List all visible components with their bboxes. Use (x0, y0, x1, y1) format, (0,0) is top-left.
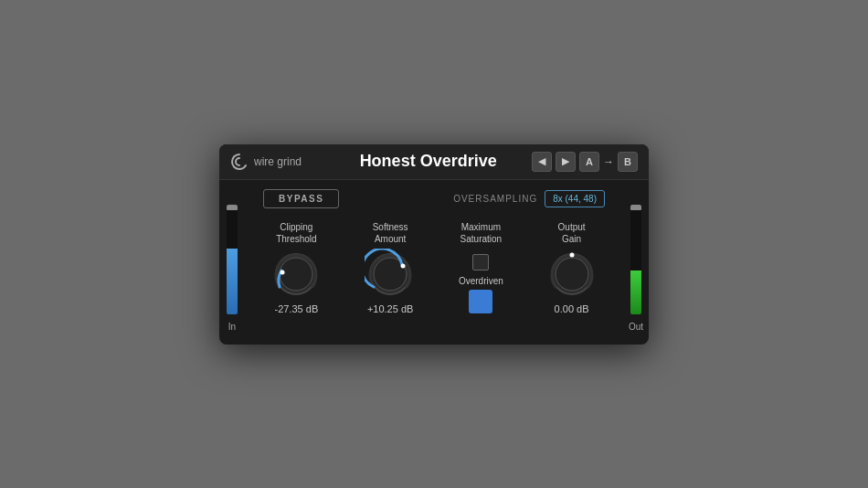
svg-point-8 (569, 252, 574, 257)
output-level-bar (630, 271, 641, 314)
controls-area: BYPASS OVERSAMPLING 8x (44, 48) Clipping… (245, 189, 623, 335)
softness-amount-label: Softness Amount (373, 221, 408, 245)
input-meter-bar (227, 205, 238, 314)
output-gain-group: Output Gain (546, 221, 598, 314)
header: wire grind Honest Overdrive ◀ ▶ A → B (219, 144, 649, 180)
oversampling-area: OVERSAMPLING 8x (44, 48) (453, 190, 605, 207)
preset-b-button[interactable]: B (618, 152, 638, 172)
svg-point-5 (401, 263, 406, 268)
input-meter: In (219, 189, 245, 335)
saturation-checkbox[interactable] (472, 254, 489, 271)
saturation-label: Maximum Saturation (460, 221, 503, 245)
main-content: In BYPASS OVERSAMPLING 8x (44, 48) Clipp… (219, 180, 649, 345)
plugin-window: wire grind Honest Overdrive ◀ ▶ A → B In… (219, 144, 649, 345)
svg-point-7 (556, 258, 588, 291)
prev-preset-button[interactable]: ◀ (532, 152, 552, 172)
clipping-threshold-group: Clipping Threshold (270, 221, 322, 314)
bypass-button[interactable]: BYPASS (263, 189, 339, 208)
svg-point-1 (280, 258, 312, 291)
overdriven-button[interactable] (469, 290, 492, 313)
oversampling-value[interactable]: 8x (44, 48) (545, 190, 605, 207)
output-meter-label: Out (629, 322, 643, 332)
brand-name: wire grind (254, 155, 302, 168)
top-bar: BYPASS OVERSAMPLING 8x (44, 48) (254, 189, 614, 208)
clipping-threshold-knob[interactable] (270, 249, 322, 300)
output-gain-knob[interactable] (546, 249, 598, 300)
output-gain-label: Output Gain (558, 221, 586, 245)
softness-amount-value: +10.25 dB (367, 303, 413, 314)
output-meter: Out (623, 189, 649, 335)
knobs-row: Clipping Threshold (254, 221, 614, 314)
preset-a-button[interactable]: A (579, 152, 599, 172)
output-meter-bar (630, 205, 641, 314)
input-level-bar (227, 249, 238, 314)
ab-arrow-icon: → (603, 155, 614, 168)
output-clip-indicator (630, 205, 641, 210)
clipping-threshold-value: -27.35 dB (275, 303, 319, 314)
clipping-threshold-label: Clipping Threshold (276, 221, 316, 245)
overdriven-label: Overdriven (459, 276, 503, 286)
svg-point-2 (281, 270, 285, 274)
input-clip-indicator (227, 205, 238, 210)
output-gain-value: 0.00 dB (555, 303, 589, 314)
saturation-group: Maximum Saturation Overdriven (459, 221, 503, 313)
softness-amount-group: Softness Amount (365, 221, 416, 314)
input-meter-label: In (228, 322, 236, 332)
next-preset-button[interactable]: ▶ (556, 152, 576, 172)
logo-area: wire grind (230, 153, 324, 171)
softness-amount-knob[interactable] (365, 249, 416, 300)
logo-icon (230, 153, 249, 171)
oversampling-label: OVERSAMPLING (453, 194, 537, 204)
header-controls: ◀ ▶ A → B (532, 152, 638, 172)
plugin-title: Honest Overdrive (333, 152, 523, 171)
